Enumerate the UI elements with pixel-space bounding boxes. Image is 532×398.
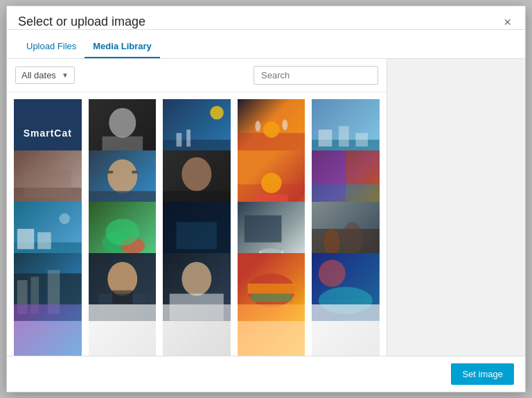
svg-rect-50 (112, 291, 132, 304)
svg-rect-13 (356, 133, 369, 147)
svg-rect-38 (245, 216, 282, 243)
media-detail-panel (387, 59, 525, 356)
svg-rect-30 (17, 229, 34, 249)
media-grid: SmartCat (7, 92, 387, 356)
svg-rect-31 (37, 232, 51, 249)
search-input[interactable] (254, 66, 378, 85)
svg-rect-5 (186, 130, 190, 146)
svg-rect-55 (251, 294, 292, 302)
svg-rect-37 (177, 222, 218, 249)
svg-rect-11 (319, 130, 332, 146)
svg-point-0 (109, 108, 136, 138)
tab-bar: Upload Files Media Library (7, 35, 525, 59)
svg-point-58 (319, 260, 346, 287)
thumbnail-item[interactable] (310, 303, 381, 356)
date-filter[interactable]: All dates ▼ (15, 67, 75, 84)
modal-header: Select or upload image × (7, 6, 525, 30)
media-modal: Select or upload image × Upload Files Me… (6, 6, 526, 392)
svg-rect-18 (107, 171, 113, 173)
svg-point-3 (211, 106, 224, 120)
svg-point-43 (342, 222, 362, 256)
thumbnail-item[interactable] (236, 303, 307, 356)
modal-footer: Set image (7, 356, 525, 392)
media-toolbar: All dates ▼ (7, 59, 387, 92)
svg-rect-19 (132, 171, 137, 173)
svg-point-16 (107, 159, 137, 193)
tab-upload-files[interactable]: Upload Files (18, 35, 85, 58)
thumbnail-item[interactable] (12, 303, 83, 356)
svg-point-35 (105, 218, 139, 245)
chevron-down-icon: ▼ (62, 71, 69, 79)
svg-rect-15 (24, 171, 71, 198)
date-filter-label: All dates (21, 70, 56, 80)
tab-media-library[interactable]: Media Library (85, 35, 160, 58)
set-image-button[interactable]: Set image (451, 363, 514, 385)
modal-title: Select or upload image (18, 15, 145, 29)
thumbnail-item[interactable] (87, 303, 158, 356)
svg-point-23 (261, 173, 281, 193)
svg-point-20 (182, 157, 212, 191)
modal-body: All dates ▼ SmartCat (7, 59, 525, 356)
svg-point-51 (182, 262, 212, 296)
thumbnail-item[interactable] (161, 303, 232, 356)
svg-rect-26 (346, 150, 380, 184)
svg-rect-12 (339, 126, 349, 146)
media-left-panel: All dates ▼ SmartCat (7, 59, 387, 356)
svg-point-32 (59, 214, 70, 225)
svg-point-8 (255, 121, 260, 132)
svg-point-9 (282, 119, 287, 130)
svg-rect-54 (247, 284, 294, 294)
svg-rect-25 (312, 150, 346, 184)
smartcat-label: SmartCat (24, 128, 72, 139)
svg-rect-4 (177, 133, 182, 147)
close-button[interactable]: × (501, 16, 514, 28)
svg-point-7 (263, 121, 279, 137)
